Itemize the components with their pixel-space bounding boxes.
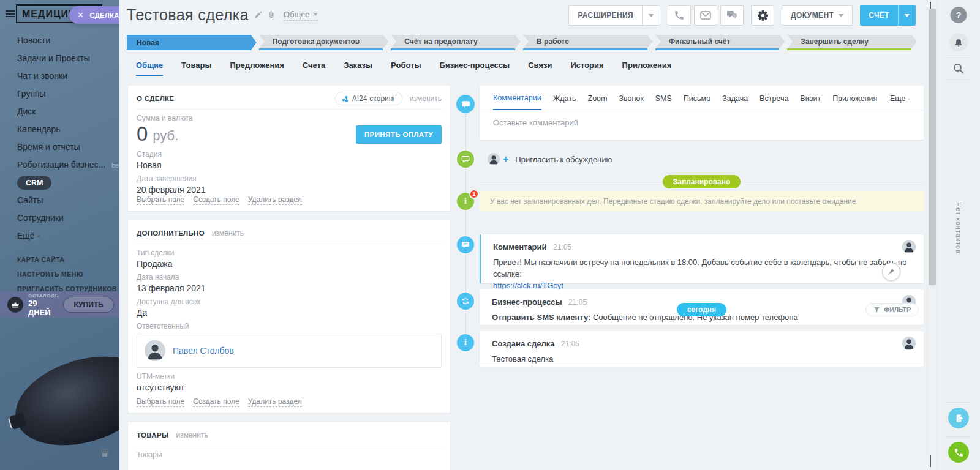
call-button[interactable]: [668, 5, 691, 26]
sidebar-item-rpa[interactable]: Роботизация бизнес... beta: [0, 156, 119, 174]
start-date-label: Дата начала: [137, 273, 442, 282]
start-date-value[interactable]: 13 февраля 2021: [137, 283, 442, 293]
sidebar-item-chat[interactable]: Чат и звонки: [0, 67, 119, 85]
tab-business-processes[interactable]: Бизнес-процессы: [440, 61, 510, 76]
planned-separator: Запланировано: [480, 174, 924, 189]
comment-input[interactable]: Оставьте комментарий: [480, 110, 924, 135]
edit-section-link[interactable]: изменить: [410, 94, 442, 103]
edit-section-link[interactable]: изменить: [176, 431, 208, 439]
stage-in-progress[interactable]: В работе: [523, 35, 653, 50]
tab-relations[interactable]: Связи: [528, 61, 552, 76]
stage-value[interactable]: Новая: [137, 160, 442, 170]
tab-history[interactable]: История: [570, 61, 603, 76]
create-field-link[interactable]: Создать поле: [193, 195, 239, 205]
tab-robots[interactable]: Роботы: [391, 61, 421, 76]
settings-gear-button[interactable]: [751, 5, 774, 26]
responsible-user-link[interactable]: Павел Столбов: [173, 346, 234, 356]
compose-tab-task[interactable]: Задача: [722, 94, 748, 110]
sidebar-item-disk[interactable]: Диск: [0, 103, 119, 121]
license-banner: ОСТАЛОСЬ 29 ДНЕЙ КУПИТЬ: [0, 292, 119, 318]
deal-details-column: О СДЕЛКЕ AI24-скоринг изменить Сумма и в…: [128, 86, 450, 470]
help-button[interactable]: ?: [951, 7, 967, 23]
extensions-button[interactable]: РАСШИРЕНИЯ: [568, 5, 660, 26]
close-icon[interactable]: ✕: [77, 10, 84, 20]
edit-section-link[interactable]: изменить: [212, 229, 244, 237]
sidebar-item-time-reports[interactable]: Время и отчеты: [0, 138, 119, 156]
stage-final-invoice[interactable]: Финальный счёт: [655, 35, 785, 50]
tab-invoices[interactable]: Счета: [303, 61, 325, 76]
available-value[interactable]: Да: [137, 308, 442, 318]
extensions-dropdown[interactable]: [642, 6, 660, 25]
notifications-bell-button[interactable]: [949, 33, 968, 51]
planned-badge: Запланировано: [663, 175, 741, 188]
telephony-call-button[interactable]: [948, 442, 969, 463]
sidebar-item-tasks[interactable]: Задачи и Проекты: [0, 50, 119, 67]
compose-tab-more[interactable]: Еще -: [890, 94, 910, 110]
configure-menu-link[interactable]: НАСТРОИТЬ МЕНЮ: [0, 267, 117, 282]
scrollbar-thumb[interactable]: [929, 9, 936, 285]
invoice-dropdown[interactable]: [898, 5, 916, 26]
stage-close-deal[interactable]: Завершить сделку: [787, 35, 917, 50]
chat-button[interactable]: [720, 5, 744, 26]
page-title[interactable]: Тестовая сделка: [127, 6, 249, 24]
document-button[interactable]: ДОКУМЕНТ: [782, 5, 853, 26]
printer-icon[interactable]: [100, 448, 110, 460]
tab-quotes[interactable]: Предложения: [230, 61, 284, 76]
close-date-value[interactable]: 20 февраля 2021: [137, 185, 442, 195]
pin-button[interactable]: [882, 263, 900, 281]
tab-general[interactable]: Общие: [136, 61, 163, 76]
pipeline-selector[interactable]: Общее: [284, 10, 318, 21]
compose-tab-wait[interactable]: Ждать: [553, 94, 576, 110]
email-button[interactable]: [694, 5, 717, 26]
select-field-link[interactable]: Выбрать поле: [137, 397, 184, 407]
tab-apps[interactable]: Приложения: [622, 61, 672, 76]
invite-to-discussion[interactable]: + Пригласить к обсуждению: [480, 149, 924, 169]
compose-tab-zoom[interactable]: Zoom: [588, 94, 608, 110]
sidebar-item-calendar[interactable]: Календарь: [0, 121, 119, 138]
compose-tab-meeting[interactable]: Встреча: [760, 94, 788, 110]
scroll-down-arrow[interactable]: [930, 457, 931, 468]
sidebar-item-news[interactable]: Новости: [0, 32, 119, 50]
accept-payment-button[interactable]: ПРИНЯТЬ ОПЛАТУ: [356, 125, 442, 144]
tab-products[interactable]: Товары: [181, 61, 211, 76]
buy-button[interactable]: КУПИТЬ: [63, 297, 113, 313]
compose-tab-email[interactable]: Письмо: [684, 94, 710, 110]
compose-tab-visit[interactable]: Визит: [800, 94, 821, 110]
filter-button[interactable]: ФИЛЬТР: [865, 303, 919, 316]
calendar-link[interactable]: https://clck.ru/TGcyt: [493, 281, 564, 290]
responsible-label: Ответственный: [137, 322, 442, 330]
sidebar-item-more[interactable]: Ещё -: [0, 227, 119, 245]
compose-tab-comment[interactable]: Комментарий: [493, 94, 541, 110]
compose-tab-sms[interactable]: SMS: [655, 94, 672, 110]
today-badge: сегодня: [677, 303, 726, 316]
compose-tab-call[interactable]: Звонок: [619, 94, 643, 110]
stage-prepayment[interactable]: Счёт на предоплату: [391, 35, 521, 50]
sidebar-item-crm[interactable]: CRM: [0, 174, 119, 192]
search-button[interactable]: [951, 61, 966, 76]
stage-docs[interactable]: Подготовка документов: [259, 35, 389, 50]
delete-section-link[interactable]: Удалить раздел: [248, 195, 302, 205]
deal-amount[interactable]: 0: [137, 122, 148, 146]
deal-currency: руб.: [153, 128, 178, 144]
paperclip-icon[interactable]: [268, 11, 276, 19]
deal-slider-chip[interactable]: ✕ СДЕЛКА: [69, 6, 119, 24]
chevron-down-icon: [905, 14, 910, 17]
create-field-link[interactable]: Создать поле: [193, 397, 239, 407]
deal-type-value[interactable]: Продажа: [137, 259, 442, 269]
mobile-app-button[interactable]: [948, 408, 969, 428]
edit-title-pencil-icon[interactable]: [254, 11, 262, 19]
sidebar-item-employees[interactable]: Сотрудники: [0, 209, 119, 227]
tab-orders[interactable]: Заказы: [344, 61, 372, 76]
compose-tab-apps[interactable]: Приложения: [832, 94, 877, 110]
hamburger-menu-icon[interactable]: [6, 10, 15, 17]
stage-new[interactable]: Новая: [127, 35, 257, 50]
sitemap-link[interactable]: КАРТА САЙТА: [0, 252, 117, 267]
ai-scoring-button[interactable]: AI24-скоринг: [335, 92, 402, 105]
invoice-button[interactable]: СЧЁТ: [860, 5, 916, 26]
contacts-panel-label[interactable]: Нет контактов: [955, 202, 962, 254]
delete-section-link[interactable]: Удалить раздел: [248, 397, 302, 407]
select-field-link[interactable]: Выбрать поле: [137, 195, 184, 205]
sidebar-item-sites[interactable]: Сайты: [0, 192, 119, 209]
sidebar-item-groups[interactable]: Группы: [0, 85, 119, 103]
responsible-field: Павел Столбов: [137, 334, 442, 368]
